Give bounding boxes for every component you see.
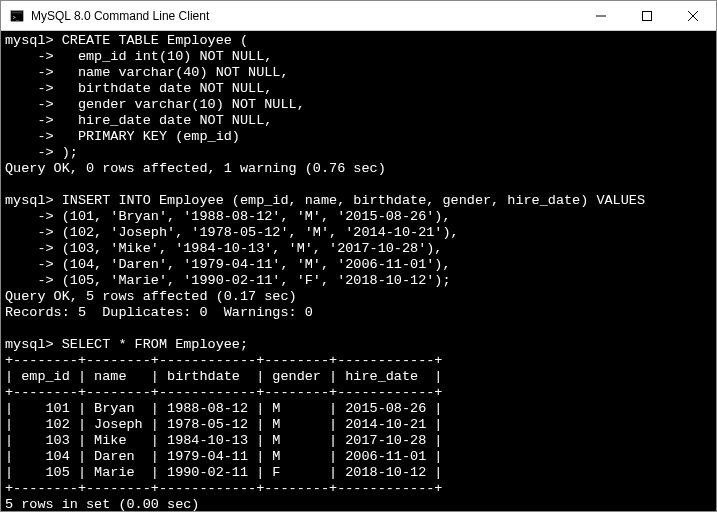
terminal-line: | 104 | Daren | 1979-04-11 | M | 2006-11… [5, 449, 712, 465]
app-icon: >_ [9, 8, 25, 24]
terminal-line: | 101 | Bryan | 1988-08-12 | M | 2015-08… [5, 401, 712, 417]
app-window: >_ MySQL 8.0 Command Line Client mysql> … [0, 0, 717, 512]
terminal-line: Records: 5 Duplicates: 0 Warnings: 0 [5, 305, 712, 321]
terminal-line: -> (104, 'Daren', '1979-04-11', 'M', '20… [5, 257, 712, 273]
terminal-line: | emp_id | name | birthdate | gender | h… [5, 369, 712, 385]
terminal-output[interactable]: mysql> CREATE TABLE Employee ( -> emp_id… [1, 31, 716, 511]
terminal-line: -> birthdate date NOT NULL, [5, 81, 712, 97]
terminal-line: -> hire_date date NOT NULL, [5, 113, 712, 129]
terminal-line: -> (102, 'Joseph', '1978-05-12', 'M', '2… [5, 225, 712, 241]
window-title: MySQL 8.0 Command Line Client [31, 9, 578, 23]
terminal-line: -> (101, 'Bryan', '1988-08-12', 'M', '20… [5, 209, 712, 225]
terminal-line: mysql> INSERT INTO Employee (emp_id, nam… [5, 193, 712, 209]
maximize-button[interactable] [624, 1, 670, 30]
terminal-line: -> PRIMARY KEY (emp_id) [5, 129, 712, 145]
close-button[interactable] [670, 1, 716, 30]
svg-rect-4 [643, 11, 652, 20]
terminal-line: +--------+--------+------------+--------… [5, 385, 712, 401]
terminal-line [5, 177, 712, 193]
terminal-line: Query OK, 5 rows affected (0.17 sec) [5, 289, 712, 305]
titlebar[interactable]: >_ MySQL 8.0 Command Line Client [1, 1, 716, 31]
terminal-line: -> gender varchar(10) NOT NULL, [5, 97, 712, 113]
maximize-icon [642, 11, 652, 21]
terminal-line: mysql> CREATE TABLE Employee ( [5, 33, 712, 49]
terminal-line: | 102 | Joseph | 1978-05-12 | M | 2014-1… [5, 417, 712, 433]
terminal-line [5, 321, 712, 337]
terminal-line: mysql> SELECT * FROM Employee; [5, 337, 712, 353]
terminal-line: -> name varchar(40) NOT NULL, [5, 65, 712, 81]
terminal-line: +--------+--------+------------+--------… [5, 481, 712, 497]
terminal-line: +--------+--------+------------+--------… [5, 353, 712, 369]
svg-text:>_: >_ [13, 13, 20, 20]
minimize-button[interactable] [578, 1, 624, 30]
terminal-line: -> (105, 'Marie', '1990-02-11', 'F', '20… [5, 273, 712, 289]
terminal-line: 5 rows in set (0.00 sec) [5, 497, 712, 511]
minimize-icon [596, 11, 606, 21]
terminal-line: -> emp_id int(10) NOT NULL, [5, 49, 712, 65]
window-controls [578, 1, 716, 30]
terminal-line: -> (103, 'Mike', '1984-10-13', 'M', '201… [5, 241, 712, 257]
terminal-line: -> ); [5, 145, 712, 161]
close-icon [688, 11, 698, 21]
terminal-line: Query OK, 0 rows affected, 1 warning (0.… [5, 161, 712, 177]
terminal-line: | 103 | Mike | 1984-10-13 | M | 2017-10-… [5, 433, 712, 449]
terminal-line: | 105 | Marie | 1990-02-11 | F | 2018-10… [5, 465, 712, 481]
